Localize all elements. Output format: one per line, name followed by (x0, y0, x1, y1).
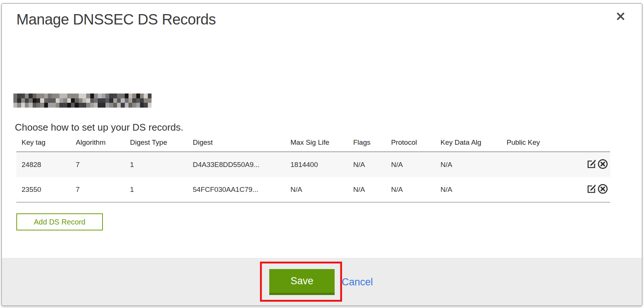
column-header-algorithm: Algorithm (71, 138, 125, 152)
column-header-max-sig-life: Max Sig Life (285, 138, 348, 152)
cell-protocol: N/A (386, 177, 435, 202)
cell-digest-type: 1 (125, 152, 188, 177)
manage-dnssec-dialog: Manage DNSSEC DS Records Choose how to s… (1, 3, 643, 306)
save-button[interactable]: Save (269, 269, 335, 295)
cell-digest: D4A33E8DD550A9... (188, 152, 285, 177)
cell-flags: N/A (348, 152, 386, 177)
cell-key-data-alg: N/A (435, 177, 501, 202)
cell-protocol: N/A (386, 152, 435, 177)
cell-public-key (501, 177, 586, 202)
close-button[interactable] (614, 10, 627, 24)
instruction-text: Choose how to set up your DS records. (15, 122, 183, 133)
cell-public-key (501, 152, 586, 177)
column-header-key-data-alg: Key Data Alg (435, 138, 501, 152)
column-header-flags: Flags (348, 138, 386, 152)
column-header-public-key: Public Key (501, 138, 586, 152)
cell-key-data-alg: N/A (435, 152, 501, 177)
close-icon (615, 11, 626, 23)
edit-record-icon[interactable] (586, 158, 597, 170)
table-header-row: Key tagAlgorithmDigest TypeDigestMax Sig… (16, 138, 610, 152)
edit-record-icon[interactable] (586, 183, 597, 194)
column-header-digest-type: Digest Type (125, 138, 188, 152)
column-header-protocol: Protocol (386, 138, 435, 152)
cell-algorithm: 7 (71, 152, 125, 177)
column-header-digest: Digest (188, 138, 285, 152)
add-ds-record-button[interactable]: Add DS Record (16, 213, 103, 230)
cell-key-tag: 23550 (16, 177, 71, 202)
remove-record-icon[interactable] (597, 183, 608, 194)
remove-record-icon[interactable] (597, 158, 608, 170)
cancel-link[interactable]: Cancel (342, 276, 373, 288)
cell-algorithm: 7 (71, 177, 125, 202)
table-row: 235507154FCF030AA1C79...N/AN/AN/AN/A (16, 177, 610, 202)
cell-max-sig-life: N/A (285, 177, 348, 202)
cell-digest-type: 1 (125, 177, 188, 202)
cell-flags: N/A (348, 177, 386, 202)
cell-key-tag: 24828 (16, 152, 71, 177)
ds-records-table: Key tagAlgorithmDigest TypeDigestMax Sig… (16, 138, 610, 203)
row-actions (586, 177, 610, 202)
dialog-title: Manage DNSSEC DS Records (16, 11, 216, 28)
row-actions (586, 152, 610, 177)
cell-max-sig-life: 1814400 (285, 152, 348, 177)
redacted-domain-text (13, 94, 152, 108)
table-row: 2482871D4A33E8DD550A9...1814400N/AN/AN/A (16, 152, 610, 177)
cell-digest: 54FCF030AA1C79... (188, 177, 285, 202)
column-header-key-tag: Key tag (16, 138, 71, 152)
